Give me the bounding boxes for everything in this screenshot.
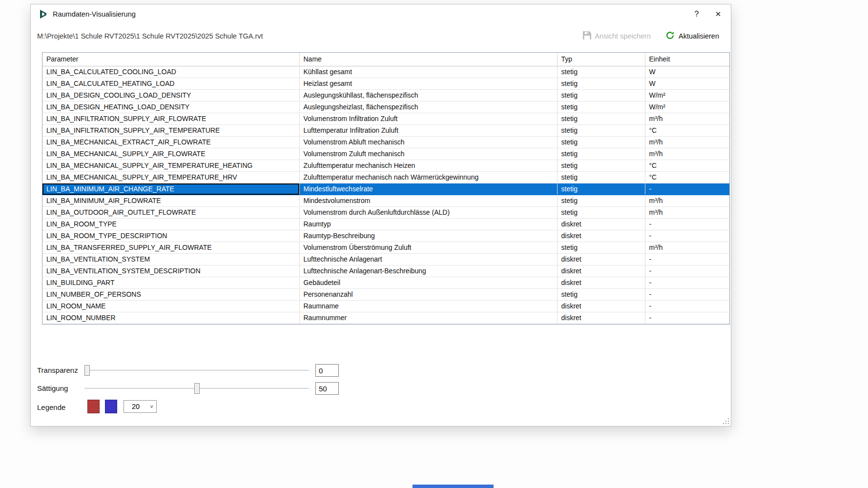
cell-einheit[interactable]: m³/h	[645, 113, 729, 124]
cell-param[interactable]: LIN_BA_MECHANICAL_EXTRACT_AIR_FLOWRATE	[42, 136, 299, 148]
cell-name[interactable]: Mindestluftwechselrate	[299, 183, 557, 195]
cell-typ[interactable]: diskret	[557, 218, 645, 230]
refresh-button[interactable]: Aktualisieren	[665, 31, 719, 41]
cell-param[interactable]: LIN_NUMBER_OF_PERSONS	[42, 288, 299, 300]
cell-typ[interactable]: stetig	[557, 148, 645, 160]
saturation-input[interactable]	[315, 382, 339, 395]
cell-einheit[interactable]: m³/h	[645, 136, 729, 148]
cell-name[interactable]: Volumenstrom Abluft mechanisch	[299, 136, 557, 148]
column-header-name[interactable]: Name	[299, 53, 557, 66]
cell-typ[interactable]: stetig	[557, 206, 645, 218]
cell-param[interactable]: LIN_BA_MECHANICAL_SUPPLY_AIR_TEMPERATURE…	[42, 160, 299, 171]
table-row[interactable]: LIN_BA_DESIGN_COOLING_LOAD_DENSITYAusleg…	[42, 89, 729, 101]
cell-name[interactable]: Heizlast gesamt	[299, 78, 557, 89]
cell-einheit[interactable]: -	[645, 277, 729, 288]
cell-einheit[interactable]: W/m²	[645, 101, 729, 113]
table-row[interactable]: LIN_BA_INFILTRATION_SUPPLY_AIR_TEMPERATU…	[42, 124, 729, 136]
cell-param[interactable]: LIN_BA_DESIGN_HEATING_LOAD_DENSITY	[42, 101, 299, 113]
cell-typ[interactable]: diskret	[557, 230, 645, 242]
cell-name[interactable]: Raumtyp-Beschreibung	[299, 230, 557, 242]
cell-name[interactable]: Lufttemperatur Infiltration Zuluft	[299, 124, 557, 136]
cell-typ[interactable]: stetig	[557, 183, 645, 195]
cell-param[interactable]: LIN_BA_VENTILATION_SYSTEM	[42, 253, 299, 265]
cell-param[interactable]: LIN_ROOM_NUMBER	[42, 312, 299, 324]
table-row[interactable]: LIN_BA_OUTDOOR_AIR_OUTLET_FLOWRATEVolume…	[42, 206, 729, 218]
table-row[interactable]: LIN_BA_DESIGN_HEATING_LOAD_DENSITYAusleg…	[42, 101, 729, 113]
cell-typ[interactable]: stetig	[557, 195, 645, 206]
table-row[interactable]: LIN_BA_ROOM_TYPERaumtypdiskret-	[42, 218, 729, 230]
table-row[interactable]: LIN_BA_MECHANICAL_SUPPLY_AIR_TEMPERATURE…	[42, 160, 729, 171]
cell-einheit[interactable]: W	[645, 78, 729, 89]
cell-name[interactable]: Auslegungskühllast, flächenspezifisch	[299, 89, 557, 101]
cell-name[interactable]: Volumenstrom Infiltration Zuluft	[299, 113, 557, 124]
cell-typ[interactable]: stetig	[557, 136, 645, 148]
cell-param[interactable]: LIN_BA_ROOM_TYPE_DESCRIPTION	[42, 230, 299, 242]
column-header-parameter[interactable]: Parameter	[42, 53, 299, 66]
cell-param[interactable]: LIN_BA_MINIMUM_AIR_FLOWRATE	[42, 195, 299, 206]
cell-typ[interactable]: stetig	[557, 101, 645, 113]
transparency-slider-thumb[interactable]	[84, 365, 90, 376]
cell-typ[interactable]: stetig	[557, 171, 645, 183]
cell-name[interactable]: Gebäudeteil	[299, 277, 557, 288]
cell-param[interactable]: LIN_BA_DESIGN_COOLING_LOAD_DENSITY	[42, 89, 299, 101]
cell-einheit[interactable]: -	[645, 218, 729, 230]
cell-typ[interactable]: stetig	[557, 78, 645, 89]
transparency-input[interactable]	[315, 364, 339, 377]
cell-typ[interactable]: diskret	[557, 277, 645, 288]
cell-param[interactable]: LIN_BA_OUTDOOR_AIR_OUTLET_FLOWRATE	[42, 206, 299, 218]
transparency-slider[interactable]	[84, 365, 309, 376]
cell-param[interactable]: LIN_BA_CALCULATED_COOLING_LOAD	[42, 66, 299, 78]
cell-name[interactable]: Volumenstrom durch Außenluftdurchlässe (…	[299, 206, 557, 218]
cell-param[interactable]: LIN_BA_CALCULATED_HEATING_LOAD	[42, 78, 299, 89]
table-row[interactable]: LIN_BA_MECHANICAL_SUPPLY_AIR_FLOWRATEVol…	[42, 148, 729, 160]
table-row[interactable]: LIN_BA_MINIMUM_AIR_FLOWRATEMindestvolume…	[42, 195, 729, 206]
cell-typ[interactable]: stetig	[557, 66, 645, 78]
cell-name[interactable]: Auslegungsheizlast, flächenspezifisch	[299, 101, 557, 113]
cell-typ[interactable]: stetig	[557, 124, 645, 136]
cell-einheit[interactable]: m³/h	[645, 195, 729, 206]
cell-typ[interactable]: diskret	[557, 312, 645, 324]
saturation-slider[interactable]	[84, 383, 309, 394]
cell-param[interactable]: LIN_BA_INFILTRATION_SUPPLY_AIR_TEMPERATU…	[42, 124, 299, 136]
cell-einheit[interactable]: m³/h	[645, 242, 729, 253]
cell-einheit[interactable]: °C	[645, 160, 729, 171]
table-row[interactable]: LIN_BA_ROOM_TYPE_DESCRIPTIONRaumtyp-Besc…	[42, 230, 729, 242]
table-row[interactable]: LIN_BUILDING_PARTGebäudeteildiskret-	[42, 277, 729, 288]
cell-param[interactable]: LIN_BA_MECHANICAL_SUPPLY_AIR_TEMPERATURE…	[42, 171, 299, 183]
cell-name[interactable]: Zulufttemperatur mechanisch nach Wärmerü…	[299, 171, 557, 183]
cell-param[interactable]: LIN_BA_MECHANICAL_SUPPLY_AIR_FLOWRATE	[42, 148, 299, 160]
cell-name[interactable]: Lufttechnische Anlagenart	[299, 253, 557, 265]
cell-name[interactable]: Personenanzahl	[299, 288, 557, 300]
cell-name[interactable]: Volumenstrom Zuluft mechanisch	[299, 148, 557, 160]
cell-name[interactable]: Kühllast gesamt	[299, 66, 557, 78]
cell-einheit[interactable]: °C	[645, 124, 729, 136]
cell-param[interactable]: LIN_BA_VENTILATION_SYSTEM_DESCRIPTION	[42, 265, 299, 277]
legend-count-dropdown[interactable]: 20 ˅	[124, 400, 157, 413]
cell-typ[interactable]: stetig	[557, 89, 645, 101]
cell-typ[interactable]: stetig	[557, 160, 645, 171]
table-row[interactable]: LIN_ROOM_NAMERaumnamediskret-	[42, 300, 729, 312]
cell-param[interactable]: LIN_BA_TRANSFERRED_SUPPLY_AIR_FLOWRATE	[42, 242, 299, 253]
table-row[interactable]: LIN_BA_INFILTRATION_SUPPLY_AIR_FLOWRATEV…	[42, 113, 729, 124]
column-header-typ[interactable]: Typ	[557, 53, 645, 66]
column-header-einheit[interactable]: Einheit	[645, 53, 729, 66]
cell-name[interactable]: Volumenstrom Überströmung Zuluft	[299, 242, 557, 253]
cell-einheit[interactable]: -	[645, 253, 729, 265]
cell-einheit[interactable]: -	[645, 265, 729, 277]
close-button[interactable]: ✕	[707, 4, 729, 24]
window-resize-grip[interactable]	[723, 418, 730, 425]
cell-typ[interactable]: diskret	[557, 265, 645, 277]
cell-einheit[interactable]: m³/h	[645, 148, 729, 160]
cell-typ[interactable]: diskret	[557, 300, 645, 312]
table-row[interactable]: LIN_BA_TRANSFERRED_SUPPLY_AIR_FLOWRATEVo…	[42, 242, 729, 253]
cell-name[interactable]: Mindestvolumenstrom	[299, 195, 557, 206]
save-view-button[interactable]: Ansicht speichern	[583, 31, 651, 41]
cell-name[interactable]: Lufttechnische Anlagenart-Beschreibung	[299, 265, 557, 277]
table-row[interactable]: LIN_BA_MECHANICAL_EXTRACT_AIR_FLOWRATEVo…	[42, 136, 729, 148]
help-button[interactable]: ?	[686, 4, 707, 24]
table-row[interactable]: LIN_BA_CALCULATED_HEATING_LOADHeizlast g…	[42, 78, 729, 89]
cell-param[interactable]: LIN_BUILDING_PART	[42, 277, 299, 288]
cell-einheit[interactable]: -	[645, 183, 729, 195]
cell-einheit[interactable]: -	[645, 312, 729, 324]
cell-einheit[interactable]: -	[645, 288, 729, 300]
